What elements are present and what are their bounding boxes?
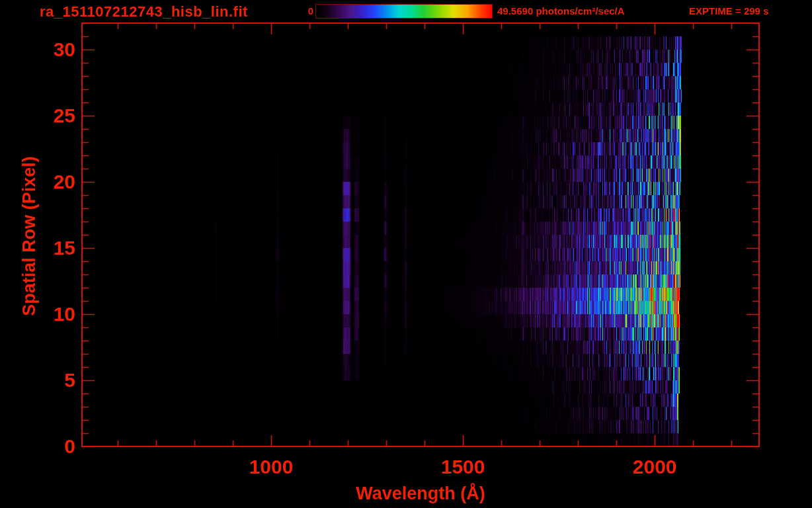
colorbar-gradient (315, 4, 493, 19)
y-axis-title: Spatial Row (Pixel) (19, 156, 40, 316)
file-name-title: ra_151107212743_hisb_lin.fit (40, 3, 248, 21)
spectrogram-canvas (0, 0, 812, 508)
y-tick-label: 30 (0, 38, 75, 61)
y-tick-label: 5 (0, 369, 75, 392)
x-axis-title: Wavelength (Å) (356, 484, 485, 504)
spectrogram-viewer-window: ra_151107212743_hisb_lin.fit 0 49.5690 p… (0, 0, 812, 508)
y-tick-label: 0 (0, 435, 75, 458)
colorbar-max-label: 49.5690 photons/cm²/sec/A (497, 5, 625, 17)
exptime-label: EXPTIME = 299 s (689, 5, 768, 17)
x-tick-label: 2000 (608, 455, 701, 479)
colorbar-min-label: 0 (288, 5, 313, 17)
x-tick-label: 1000 (225, 455, 317, 479)
x-tick-label: 1500 (417, 455, 509, 479)
y-tick-label: 25 (0, 105, 75, 127)
